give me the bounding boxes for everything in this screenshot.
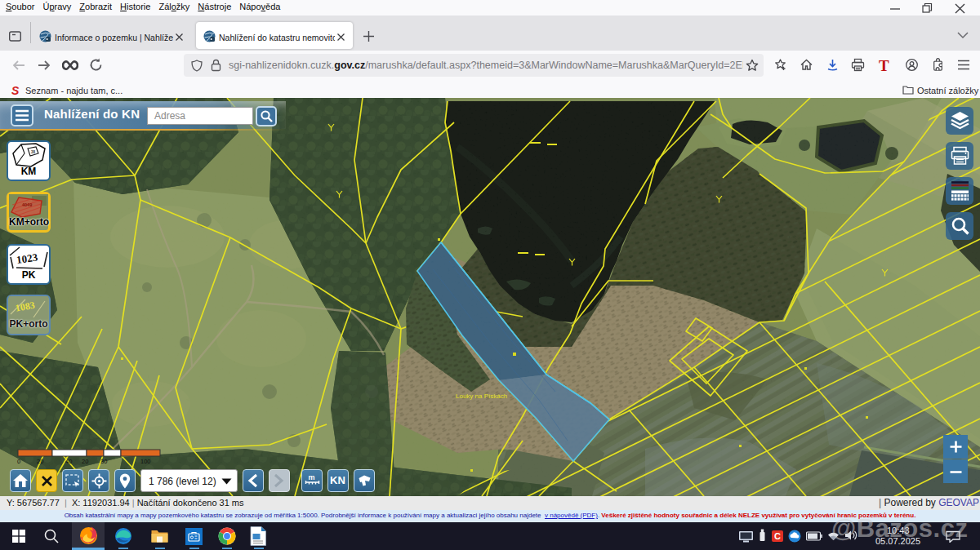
svg-text:20: 20 (37, 458, 43, 465)
svg-text:40: 40 (65, 458, 72, 465)
svg-text:1023: 1023 (16, 251, 38, 266)
svg-text:m: m (309, 473, 315, 481)
svg-text:38: 38 (31, 150, 36, 154)
svg-text:30: 30 (100, 458, 107, 465)
svg-text:20: 20 (82, 458, 88, 465)
svg-text:0: 0 (17, 458, 20, 465)
svg-text:100: 100 (140, 458, 151, 465)
svg-text:4049: 4049 (22, 202, 32, 207)
